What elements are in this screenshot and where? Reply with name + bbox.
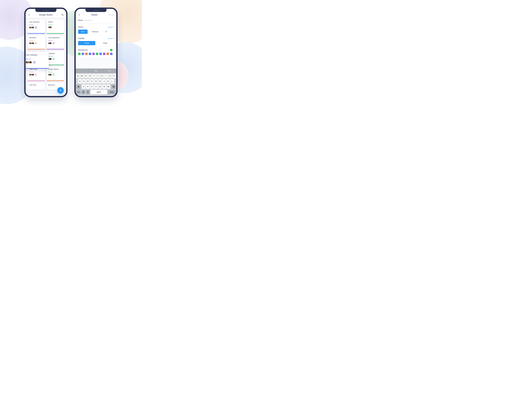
key-123[interactable]: 123 bbox=[76, 90, 81, 94]
team-pill-techcare[interactable]: TechCare bbox=[89, 30, 101, 34]
key-s[interactable]: S bbox=[82, 79, 86, 83]
swatch-blue[interactable] bbox=[82, 53, 84, 55]
more-icon[interactable] bbox=[63, 83, 63, 85]
mic-key[interactable] bbox=[86, 90, 90, 94]
swatch-orange[interactable] bbox=[85, 53, 88, 55]
suggestion-2[interactable]: the bbox=[89, 69, 103, 73]
visibility-value[interactable]: Private bbox=[108, 38, 114, 39]
swatch-blue-2[interactable] bbox=[89, 53, 91, 55]
key-h[interactable]: H bbox=[98, 79, 102, 83]
more-icon[interactable] bbox=[44, 21, 44, 22]
key-r[interactable]: R bbox=[88, 74, 92, 78]
more-icon[interactable] bbox=[63, 36, 63, 38]
key-j[interactable]: J bbox=[102, 79, 106, 83]
key-x[interactable]: X bbox=[86, 84, 89, 89]
card-stripe bbox=[47, 65, 64, 65]
name-input[interactable]: New Board bbox=[84, 19, 92, 21]
key-d[interactable]: D bbox=[86, 79, 90, 83]
swatch-green[interactable] bbox=[78, 53, 81, 55]
key-v[interactable]: V bbox=[94, 84, 98, 89]
member-label: Member bbox=[29, 71, 44, 73]
name-field-row[interactable]: Name New Board bbox=[76, 18, 116, 23]
board-card-design-manual[interactable]: Design Manual Member 2+ bbox=[47, 67, 64, 81]
background-value[interactable] bbox=[110, 49, 114, 51]
team-pill-none[interactable]: None bbox=[78, 30, 88, 34]
member-label: Member bbox=[48, 24, 63, 25]
key-y[interactable]: Y bbox=[96, 74, 100, 78]
key-a[interactable]: A bbox=[78, 79, 82, 83]
team-pill-partial[interactable]: Fr bbox=[103, 30, 110, 34]
member-label: Member bbox=[48, 40, 63, 41]
teams-value[interactable]: (none) bbox=[108, 26, 114, 28]
board-card-sketch[interactable]: Sketch Member bbox=[47, 19, 64, 34]
more-icon[interactable] bbox=[44, 36, 44, 38]
more-icon[interactable] bbox=[63, 52, 63, 54]
back-button[interactable] bbox=[78, 14, 80, 16]
return-key[interactable]: return bbox=[108, 90, 116, 94]
key-m[interactable]: M bbox=[107, 84, 110, 89]
key-w[interactable]: W bbox=[80, 74, 83, 78]
key-b[interactable]: B bbox=[98, 84, 102, 89]
member-label: Member bbox=[25, 58, 46, 60]
back-button[interactable] bbox=[28, 14, 30, 16]
board-card-style-guide[interactable]: Style Guide Member 2+ bbox=[28, 67, 45, 81]
more-icon[interactable] bbox=[63, 68, 63, 70]
more-icon[interactable] bbox=[44, 83, 44, 85]
board-card-user-interface-elevated[interactable]: User Interface Member 2+ bbox=[25, 52, 49, 69]
create-button[interactable]: Create bbox=[108, 14, 114, 16]
key-t[interactable]: T bbox=[92, 74, 96, 78]
swatch-purple[interactable] bbox=[92, 53, 95, 55]
card-title: User Research bbox=[29, 21, 44, 23]
board-card-wireframe[interactable]: Wireframe Member 9+ bbox=[28, 35, 45, 50]
visibility-pill-public[interactable]: Public bbox=[97, 41, 114, 45]
add-board-fab[interactable] bbox=[57, 87, 64, 94]
key-f[interactable]: F bbox=[90, 79, 94, 83]
board-card-user-flow[interactable]: User Flow bbox=[28, 82, 45, 89]
background-label: Background bbox=[78, 49, 88, 51]
svg-point-3 bbox=[83, 92, 84, 92]
swatch-blue-4[interactable] bbox=[110, 53, 113, 55]
search-icon bbox=[61, 14, 64, 16]
more-icon[interactable] bbox=[63, 21, 63, 22]
overflow-badge: 2+ bbox=[52, 74, 55, 76]
avatar-stack bbox=[25, 61, 32, 63]
more-icon[interactable] bbox=[47, 53, 47, 55]
key-u[interactable]: U bbox=[100, 74, 104, 78]
suggestion-3[interactable]: I'm bbox=[103, 69, 116, 73]
backspace-key[interactable] bbox=[111, 84, 116, 89]
key-g[interactable]: G bbox=[94, 79, 98, 83]
card-title: User Interface bbox=[25, 54, 46, 56]
swatch-purple-2[interactable] bbox=[103, 53, 105, 55]
board-card-user-experience[interactable]: User Experience Member 7+ bbox=[47, 35, 64, 50]
visibility-pill-private[interactable]: Private bbox=[78, 41, 95, 45]
swatch-blue-3[interactable] bbox=[99, 53, 102, 55]
swatch-green-2[interactable] bbox=[96, 53, 98, 55]
card-stripe bbox=[28, 80, 45, 81]
board-card-user-research[interactable]: User Research Member 9+ bbox=[28, 19, 45, 34]
key-c[interactable]: C bbox=[90, 84, 94, 89]
key-o[interactable]: O bbox=[108, 74, 112, 78]
phone-create-board: Board Create Name New Board Teams (none) bbox=[74, 7, 118, 97]
suggestion-1[interactable]: I bbox=[76, 69, 89, 73]
card-title: Sketch bbox=[48, 21, 63, 23]
key-z[interactable]: Z bbox=[82, 84, 85, 89]
key-l[interactable]: L bbox=[110, 79, 114, 83]
card-stripe bbox=[47, 49, 64, 50]
board-card-prototype[interactable]: Prototype Member 2+ bbox=[47, 51, 64, 65]
key-e[interactable]: E bbox=[84, 74, 88, 78]
key-i[interactable]: I bbox=[104, 74, 108, 78]
card-title: Prototype bbox=[48, 52, 63, 54]
key-k[interactable]: K bbox=[106, 79, 110, 83]
name-label: Name bbox=[78, 19, 83, 21]
phone-notch bbox=[35, 9, 57, 12]
search-button[interactable] bbox=[61, 14, 64, 16]
key-p[interactable]: P bbox=[112, 74, 116, 78]
chevron-left-icon bbox=[79, 14, 80, 16]
key-q[interactable]: Q bbox=[76, 74, 80, 78]
emoji-key[interactable] bbox=[81, 90, 85, 94]
visibility-section: Visibility Private Private Public bbox=[76, 36, 116, 47]
shift-key[interactable] bbox=[76, 84, 81, 89]
space-key[interactable]: space bbox=[90, 90, 107, 94]
swatch-orange-2[interactable] bbox=[107, 53, 109, 55]
key-n[interactable]: N bbox=[102, 84, 106, 89]
